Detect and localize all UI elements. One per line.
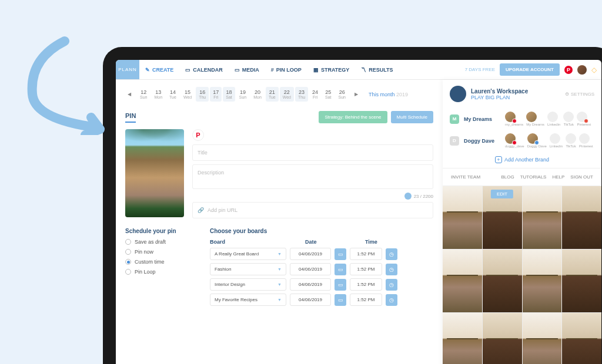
- date-cell[interactable]: 24Fri: [309, 87, 321, 102]
- social-icon[interactable]: [563, 112, 574, 122]
- grid-item[interactable]: [562, 250, 601, 312]
- nav-calendar[interactable]: ▭CALENDAR: [179, 67, 229, 73]
- date-cell[interactable]: 16Thu: [196, 87, 209, 102]
- workspace-name: Lauren's Workspace: [471, 88, 528, 95]
- clock-icon[interactable]: ◷: [386, 294, 397, 306]
- date-cell[interactable]: 17Fri: [210, 87, 222, 102]
- clock-icon[interactable]: ◷: [386, 264, 397, 275]
- tutorials-link[interactable]: TUTORIALS: [520, 174, 547, 180]
- user-avatar[interactable]: [577, 65, 587, 75]
- help-link[interactable]: HELP: [552, 174, 564, 180]
- date-input[interactable]: 04/06/2019: [290, 248, 331, 260]
- this-month-link[interactable]: This month 2019: [369, 92, 408, 97]
- grid-item[interactable]: [483, 186, 522, 249]
- description-input[interactable]: Description: [192, 164, 433, 189]
- board-select[interactable]: Interior Design▼: [210, 278, 286, 291]
- schedule-option[interactable]: Pin Loop: [125, 269, 196, 275]
- board-select[interactable]: My Favorite Recipes▼: [210, 294, 286, 306]
- add-brand-button[interactable]: +Add Another Brand: [443, 151, 601, 168]
- social-icon[interactable]: [566, 133, 576, 144]
- date-cell[interactable]: 18Sat: [223, 87, 235, 102]
- date-input[interactable]: 04/06/2019: [290, 278, 331, 291]
- schedule-option[interactable]: Pin now: [125, 249, 196, 255]
- col-date: Date: [305, 239, 346, 245]
- date-prev[interactable]: ◀: [125, 92, 133, 97]
- date-cell[interactable]: 23Thu: [295, 87, 308, 102]
- workspace-avatar[interactable]: [450, 86, 466, 102]
- workspace-plan[interactable]: PLAY BIG PLAN: [471, 95, 528, 100]
- date-cell[interactable]: 21Tue: [266, 87, 279, 102]
- clock-icon[interactable]: ◷: [386, 248, 397, 260]
- calendar-icon[interactable]: ▭: [335, 248, 346, 260]
- nav-results[interactable]: 〽RESULTS: [355, 67, 399, 73]
- folder-icon: ▭: [235, 67, 240, 73]
- social-icon[interactable]: [505, 133, 516, 144]
- grid-item[interactable]: [562, 186, 601, 249]
- board-select[interactable]: Fashion▼: [210, 263, 286, 275]
- upgrade-button[interactable]: UPGRADE ACCOUNT: [500, 63, 560, 76]
- schedule-option[interactable]: Custom time: [125, 259, 196, 265]
- date-input[interactable]: 04/06/2019: [290, 263, 331, 275]
- grid-item[interactable]: [443, 313, 482, 364]
- social-icon[interactable]: [527, 133, 538, 144]
- title-input[interactable]: Title: [192, 144, 433, 161]
- grid-item[interactable]: [443, 250, 482, 312]
- emoji-icon[interactable]: [404, 193, 412, 200]
- grid-item[interactable]: [523, 186, 562, 249]
- grid-item[interactable]: [443, 186, 482, 249]
- col-time: Time: [365, 239, 400, 245]
- grid-item[interactable]: [483, 313, 522, 364]
- date-cell[interactable]: 22Wed: [280, 87, 294, 102]
- bell-icon[interactable]: ◇: [591, 66, 597, 74]
- social-icon[interactable]: [579, 133, 590, 144]
- social-icon[interactable]: [526, 112, 537, 122]
- date-cell[interactable]: 20Mon: [250, 87, 265, 102]
- multi-schedule-button[interactable]: Multi Schedule: [391, 111, 433, 123]
- date-cell[interactable]: 12Sun: [137, 87, 150, 102]
- clock-icon[interactable]: ◷: [386, 279, 397, 291]
- grid-item[interactable]: [483, 250, 522, 312]
- date-cell[interactable]: 15Wed: [180, 87, 195, 102]
- calendar-icon[interactable]: ▭: [335, 279, 346, 291]
- social-icon[interactable]: [547, 112, 558, 122]
- calendar-icon[interactable]: ▭: [335, 264, 346, 275]
- pin-image[interactable]: [125, 129, 184, 217]
- time-input[interactable]: 1:52 PM: [350, 248, 382, 260]
- social-icon[interactable]: [550, 133, 560, 144]
- social-icon[interactable]: [505, 112, 516, 122]
- time-input[interactable]: 1:52 PM: [350, 278, 382, 291]
- media-grid: [443, 186, 601, 364]
- char-counter: 23 / 2200: [192, 193, 433, 200]
- invite-team-link[interactable]: INVITE TEAM: [451, 174, 480, 180]
- social-icon[interactable]: [577, 112, 587, 122]
- time-input[interactable]: 1:52 PM: [350, 263, 382, 275]
- blog-link[interactable]: BLOG: [501, 174, 514, 180]
- date-cell[interactable]: 25Sat: [322, 87, 335, 102]
- nav-create[interactable]: ✎CREATE: [139, 67, 179, 73]
- date-next[interactable]: ▶: [352, 92, 360, 97]
- date-cell[interactable]: 13Mon: [151, 87, 165, 102]
- pinterest-icon[interactable]: P: [564, 66, 573, 74]
- calendar-icon[interactable]: ▭: [335, 294, 346, 306]
- grid-item[interactable]: [562, 313, 601, 364]
- time-input[interactable]: 1:52 PM: [350, 294, 382, 306]
- date-input[interactable]: 04/06/2019: [290, 294, 331, 306]
- signout-link[interactable]: SIGN OUT: [570, 174, 593, 180]
- board-select[interactable]: A Really Great Board▼: [210, 248, 286, 260]
- brand-name[interactable]: My Dreams: [464, 116, 500, 122]
- settings-link[interactable]: ⚙SETTINGS: [565, 92, 594, 97]
- url-input[interactable]: 🔗Add pin URL: [192, 202, 433, 218]
- app-screen: PLANN ✎CREATE ▭CALENDAR ▭MEDIA #PIN LOOP…: [116, 60, 601, 364]
- grid-item[interactable]: [523, 250, 562, 312]
- nav-pinloop[interactable]: #PIN LOOP: [265, 67, 307, 73]
- nav-media[interactable]: ▭MEDIA: [229, 67, 265, 73]
- date-cell[interactable]: 14Tue: [166, 87, 179, 102]
- grid-item[interactable]: [523, 313, 562, 364]
- date-cell[interactable]: 19Sun: [236, 87, 249, 102]
- brand-name[interactable]: Doggy Dave: [464, 138, 500, 144]
- strategy-button[interactable]: Strategy: Behind the scene: [319, 111, 387, 123]
- nav-strategy[interactable]: ▦STRATEGY: [307, 67, 355, 73]
- date-cell[interactable]: 26Sun: [336, 87, 349, 102]
- gear-icon: ⚙: [565, 92, 569, 97]
- schedule-option[interactable]: Save as draft: [125, 239, 196, 245]
